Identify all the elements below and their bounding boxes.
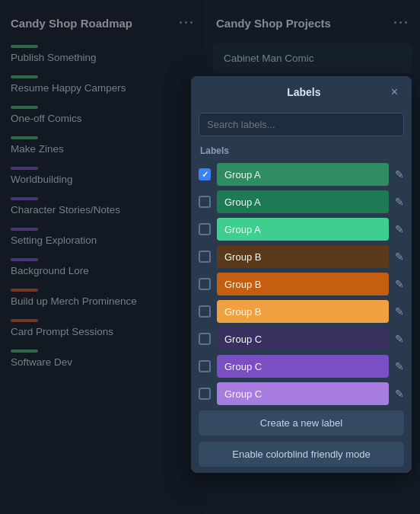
- label-checkbox-group-b-2[interactable]: [199, 278, 211, 290]
- label-chip-group-c-1[interactable]: Group C: [217, 327, 389, 350]
- label-edit-icon-group-c-3[interactable]: ✎: [395, 388, 404, 400]
- label-chip-group-a-1[interactable]: Group A: [217, 163, 389, 186]
- label-row-group-c-2: Group C✎: [191, 353, 412, 380]
- label-checkbox-group-c-1[interactable]: [199, 333, 211, 345]
- label-edit-icon-group-b-1[interactable]: ✎: [395, 251, 404, 263]
- label-row-group-a-1: ✓Group A✎: [191, 161, 412, 188]
- label-row-group-c-1: Group C✎: [191, 325, 412, 353]
- create-new-label-button[interactable]: Create a new label: [199, 410, 404, 436]
- label-edit-icon-group-c-1[interactable]: ✎: [395, 333, 404, 345]
- label-checkbox-group-b-3[interactable]: [199, 305, 211, 318]
- label-row-group-a-2: Group A✎: [191, 188, 412, 215]
- label-chip-group-c-2[interactable]: Group C: [217, 355, 389, 378]
- modal-title: Labels: [220, 86, 388, 98]
- colorblind-mode-button[interactable]: Enable colorblind friendly mode: [199, 442, 404, 467]
- label-row-group-b-1: Group B✎: [191, 243, 412, 270]
- label-row-group-b-2: Group B✎: [191, 270, 412, 298]
- labels-section-title: Labels: [191, 142, 412, 161]
- checkmark-icon: ✓: [202, 170, 208, 180]
- modal-close-button[interactable]: ×: [388, 84, 401, 101]
- label-edit-icon-group-b-3[interactable]: ✎: [395, 305, 404, 318]
- label-chip-group-b-2[interactable]: Group B: [217, 273, 389, 295]
- label-edit-icon-group-c-2[interactable]: ✎: [395, 360, 404, 372]
- label-row-group-a-3: Group A✎: [191, 215, 412, 243]
- label-chip-group-b-1[interactable]: Group B: [217, 245, 389, 268]
- label-chip-group-a-2[interactable]: Group A: [217, 190, 389, 213]
- label-checkbox-group-a-2[interactable]: [199, 196, 211, 208]
- label-checkbox-group-c-3[interactable]: [199, 388, 211, 400]
- label-edit-icon-group-a-1[interactable]: ✎: [395, 168, 404, 180]
- label-checkbox-group-b-1[interactable]: [199, 251, 211, 263]
- label-edit-icon-group-a-3[interactable]: ✎: [395, 223, 404, 235]
- labels-list: ✓Group A✎Group A✎Group A✎Group B✎Group B…: [191, 161, 412, 407]
- label-checkbox-group-c-2[interactable]: [199, 360, 211, 372]
- label-checkbox-group-a-1[interactable]: ✓: [199, 168, 211, 180]
- label-checkbox-group-a-3[interactable]: [199, 223, 211, 235]
- labels-modal: Labels × Labels ✓Group A✎Group A✎Group A…: [191, 76, 412, 473]
- modal-header: Labels ×: [191, 76, 412, 108]
- modal-overlay: Labels × Labels ✓Group A✎Group A✎Group A…: [0, 0, 420, 514]
- label-edit-icon-group-a-2[interactable]: ✎: [395, 196, 404, 208]
- label-row-group-c-3: Group C✎: [191, 380, 412, 407]
- label-chip-group-a-3[interactable]: Group A: [217, 218, 389, 241]
- label-row-group-b-3: Group B✎: [191, 298, 412, 325]
- label-search-input[interactable]: [199, 113, 404, 136]
- label-chip-group-c-3[interactable]: Group C: [217, 382, 389, 405]
- label-chip-group-b-3[interactable]: Group B: [217, 300, 389, 323]
- label-edit-icon-group-b-2[interactable]: ✎: [395, 278, 404, 290]
